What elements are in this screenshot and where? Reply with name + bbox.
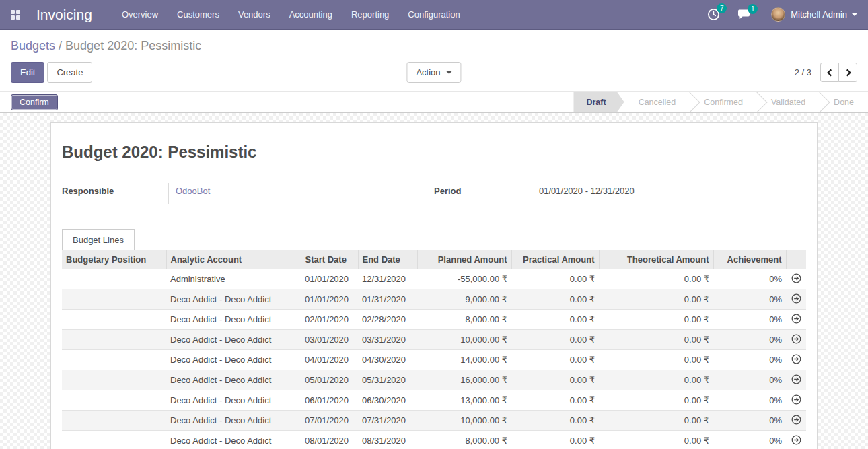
cell-theoretical-amount[interactable]: 0.00 ₹ [599,330,713,350]
col-planned-amount[interactable]: Planned Amount [417,250,511,269]
cell-budgetary-position[interactable] [62,390,166,411]
cell-planned-amount[interactable]: 13,000.00 ₹ [417,390,511,411]
cell-start-date[interactable]: 05/01/2020 [301,370,358,390]
cell-planned-amount[interactable]: 8,000.00 ₹ [417,431,511,449]
cell-achievement[interactable]: 0% [713,269,786,289]
col-theoretical-amount[interactable]: Theoretical Amount [599,250,713,269]
nav-menu-item[interactable]: Customers [168,0,229,30]
cell-planned-amount[interactable]: 10,000.00 ₹ [417,411,511,431]
cell-theoretical-amount[interactable]: 0.00 ₹ [599,310,713,330]
cell-practical-amount[interactable]: 0.00 ₹ [511,350,599,370]
cell-end-date[interactable]: 12/31/2020 [358,269,417,289]
action-dropdown-button[interactable]: Action [406,62,461,83]
col-end-date[interactable]: End Date [358,250,417,269]
activities-button[interactable]: 7 [707,8,720,21]
cell-end-date[interactable]: 03/31/2020 [358,330,417,350]
col-analytic-account[interactable]: Analytic Account [166,250,301,269]
cell-end-date[interactable]: 04/30/2020 [358,350,417,370]
cell-analytic-account[interactable]: Deco Addict - Deco Addict [166,411,301,431]
table-row[interactable]: Deco Addict - Deco Addict 06/01/2020 06/… [62,390,806,411]
col-start-date[interactable]: Start Date [301,250,358,269]
nav-menu-item[interactable]: Overview [112,0,168,30]
app-name[interactable]: Invoicing [36,7,92,23]
cell-budgetary-position[interactable] [62,411,166,431]
table-row[interactable]: Deco Addict - Deco Addict 08/01/2020 08/… [62,431,806,449]
cell-achievement[interactable]: 0% [713,411,786,431]
user-menu[interactable]: Mitchell Admin [771,7,857,22]
cell-achievement[interactable]: 0% [713,390,786,411]
status-stage[interactable]: Done [820,92,868,112]
cell-budgetary-position[interactable] [62,269,166,289]
col-achievement[interactable]: Achievement [713,250,786,269]
tab-budget-lines[interactable]: Budget Lines [62,229,135,250]
cell-practical-amount[interactable]: 0.00 ₹ [511,289,599,310]
cell-analytic-account[interactable]: Deco Addict - Deco Addict [166,370,301,390]
col-budgetary-position[interactable]: Budgetary Position [62,250,166,269]
open-record-button[interactable] [786,370,806,390]
breadcrumb-parent[interactable]: Budgets [11,39,55,53]
create-button[interactable]: Create [47,62,92,83]
table-row[interactable]: Deco Addict - Deco Addict 05/01/2020 05/… [62,370,806,390]
cell-achievement[interactable]: 0% [713,370,786,390]
table-row[interactable]: Deco Addict - Deco Addict 01/01/2020 01/… [62,289,806,310]
cell-practical-amount[interactable]: 0.00 ₹ [511,269,599,289]
cell-practical-amount[interactable]: 0.00 ₹ [511,431,599,449]
cell-achievement[interactable]: 0% [713,310,786,330]
cell-end-date[interactable]: 07/31/2020 [358,411,417,431]
open-record-button[interactable] [786,310,806,330]
cell-analytic-account[interactable]: Deco Addict - Deco Addict [166,390,301,411]
cell-budgetary-position[interactable] [62,330,166,350]
cell-budgetary-position[interactable] [62,370,166,390]
confirm-button[interactable]: Confirm [11,94,58,110]
responsible-value-link[interactable]: OdooBot [176,186,210,196]
cell-analytic-account[interactable]: Deco Addict - Deco Addict [166,310,301,330]
cell-end-date[interactable]: 01/31/2020 [358,289,417,310]
cell-analytic-account[interactable]: Administrative [166,269,301,289]
cell-theoretical-amount[interactable]: 0.00 ₹ [599,411,713,431]
cell-planned-amount[interactable]: -55,000.00 ₹ [417,269,511,289]
cell-theoretical-amount[interactable]: 0.00 ₹ [599,370,713,390]
cell-analytic-account[interactable]: Deco Addict - Deco Addict [166,350,301,370]
status-stage[interactable]: Draft [573,92,624,112]
cell-analytic-account[interactable]: Deco Addict - Deco Addict [166,289,301,310]
cell-achievement[interactable]: 0% [713,289,786,310]
cell-end-date[interactable]: 02/28/2020 [358,310,417,330]
pager-next-button[interactable] [838,63,857,82]
table-row[interactable]: Deco Addict - Deco Addict 03/01/2020 03/… [62,330,806,350]
cell-budgetary-position[interactable] [62,350,166,370]
cell-achievement[interactable]: 0% [713,431,786,449]
open-record-button[interactable] [786,289,806,310]
cell-practical-amount[interactable]: 0.00 ₹ [511,310,599,330]
edit-button[interactable]: Edit [11,62,44,83]
pager-previous-button[interactable] [820,63,839,82]
open-record-button[interactable] [786,411,806,431]
cell-planned-amount[interactable]: 10,000.00 ₹ [417,330,511,350]
cell-budgetary-position[interactable] [62,289,166,310]
open-record-button[interactable] [786,350,806,370]
cell-practical-amount[interactable]: 0.00 ₹ [511,370,599,390]
cell-start-date[interactable]: 07/01/2020 [301,411,358,431]
table-row[interactable]: Deco Addict - Deco Addict 04/01/2020 04/… [62,350,806,370]
cell-practical-amount[interactable]: 0.00 ₹ [511,390,599,411]
cell-budgetary-position[interactable] [62,431,166,449]
cell-start-date[interactable]: 08/01/2020 [301,431,358,449]
cell-end-date[interactable]: 08/31/2020 [358,431,417,449]
cell-start-date[interactable]: 01/01/2020 [301,289,358,310]
open-record-button[interactable] [786,269,806,289]
cell-end-date[interactable]: 06/30/2020 [358,390,417,411]
cell-theoretical-amount[interactable]: 0.00 ₹ [599,269,713,289]
open-record-button[interactable] [786,390,806,411]
cell-achievement[interactable]: 0% [713,350,786,370]
cell-analytic-account[interactable]: Deco Addict - Deco Addict [166,330,301,350]
col-practical-amount[interactable]: Practical Amount [511,250,599,269]
cell-theoretical-amount[interactable]: 0.00 ₹ [599,350,713,370]
nav-menu-item[interactable]: Vendors [229,0,280,30]
cell-planned-amount[interactable]: 9,000.00 ₹ [417,289,511,310]
table-row[interactable]: Administrative 01/01/2020 12/31/2020 -55… [62,269,806,289]
cell-budgetary-position[interactable] [62,310,166,330]
cell-analytic-account[interactable]: Deco Addict - Deco Addict [166,431,301,449]
cell-start-date[interactable]: 04/01/2020 [301,350,358,370]
table-row[interactable]: Deco Addict - Deco Addict 02/01/2020 02/… [62,310,806,330]
open-record-button[interactable] [786,431,806,449]
cell-start-date[interactable]: 01/01/2020 [301,269,358,289]
